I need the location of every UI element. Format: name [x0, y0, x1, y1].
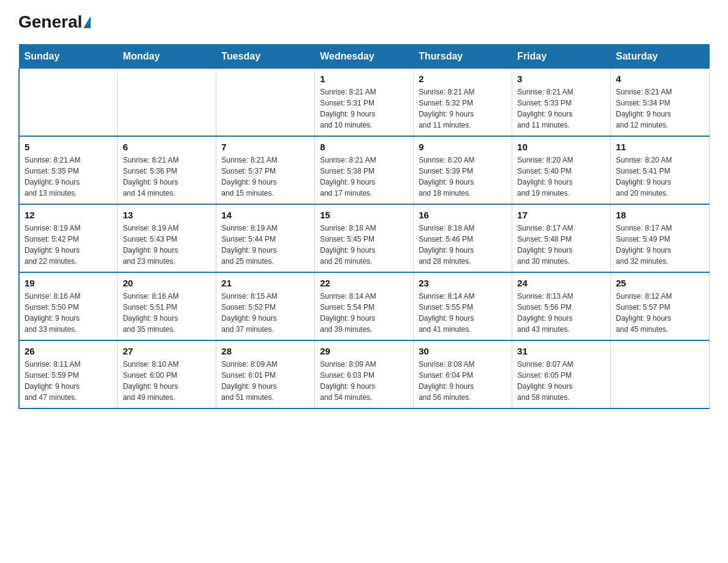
calendar-cell: 16Sunrise: 8:18 AM Sunset: 5:46 PM Dayli…: [414, 204, 512, 272]
calendar-cell: [216, 69, 315, 137]
day-number: 6: [123, 142, 211, 152]
day-of-week-header: Monday: [118, 45, 216, 69]
day-number: 15: [320, 210, 408, 220]
calendar-cell: 31Sunrise: 8:07 AM Sunset: 6:05 PM Dayli…: [512, 340, 611, 408]
day-number: 31: [517, 346, 605, 356]
calendar-cell: 9Sunrise: 8:20 AM Sunset: 5:39 PM Daylig…: [414, 136, 512, 204]
calendar-cell: 4Sunrise: 8:21 AM Sunset: 5:34 PM Daylig…: [611, 69, 710, 137]
calendar-cell: 12Sunrise: 8:19 AM Sunset: 5:42 PM Dayli…: [19, 204, 118, 272]
day-number: 26: [25, 346, 112, 356]
calendar-cell: [611, 340, 710, 408]
calendar-cell: 11Sunrise: 8:20 AM Sunset: 5:41 PM Dayli…: [611, 136, 710, 204]
calendar-cell: 17Sunrise: 8:17 AM Sunset: 5:48 PM Dayli…: [512, 204, 611, 272]
day-info: Sunrise: 8:21 AM Sunset: 5:34 PM Dayligh…: [616, 86, 704, 131]
calendar-cell: 7Sunrise: 8:21 AM Sunset: 5:37 PM Daylig…: [216, 136, 315, 204]
calendar-cell: 21Sunrise: 8:15 AM Sunset: 5:52 PM Dayli…: [216, 272, 315, 340]
calendar-week-row: 1Sunrise: 8:21 AM Sunset: 5:31 PM Daylig…: [19, 69, 710, 137]
logo: General: [18, 12, 92, 32]
calendar-cell: 1Sunrise: 8:21 AM Sunset: 5:31 PM Daylig…: [315, 69, 414, 137]
calendar-cell: 24Sunrise: 8:13 AM Sunset: 5:56 PM Dayli…: [512, 272, 611, 340]
calendar-cell: 8Sunrise: 8:21 AM Sunset: 5:38 PM Daylig…: [315, 136, 414, 204]
calendar-cell: 20Sunrise: 8:16 AM Sunset: 5:51 PM Dayli…: [118, 272, 216, 340]
calendar-cell: 25Sunrise: 8:12 AM Sunset: 5:57 PM Dayli…: [611, 272, 710, 340]
calendar-cell: 28Sunrise: 8:09 AM Sunset: 6:01 PM Dayli…: [216, 340, 315, 408]
day-number: 11: [616, 142, 704, 152]
day-info: Sunrise: 8:14 AM Sunset: 5:55 PM Dayligh…: [419, 291, 507, 335]
day-of-week-header: Tuesday: [216, 45, 315, 69]
day-info: Sunrise: 8:20 AM Sunset: 5:39 PM Dayligh…: [419, 155, 507, 199]
calendar-cell: 22Sunrise: 8:14 AM Sunset: 5:54 PM Dayli…: [315, 272, 414, 340]
day-info: Sunrise: 8:19 AM Sunset: 5:44 PM Dayligh…: [221, 223, 309, 267]
day-number: 28: [221, 346, 309, 356]
day-number: 19: [25, 278, 112, 288]
day-of-week-header: Sunday: [19, 45, 118, 69]
day-info: Sunrise: 8:19 AM Sunset: 5:42 PM Dayligh…: [25, 223, 112, 267]
day-info: Sunrise: 8:13 AM Sunset: 5:56 PM Dayligh…: [517, 291, 605, 335]
calendar-cell: 2Sunrise: 8:21 AM Sunset: 5:32 PM Daylig…: [414, 69, 512, 137]
day-info: Sunrise: 8:21 AM Sunset: 5:31 PM Dayligh…: [320, 86, 408, 131]
day-number: 5: [25, 142, 112, 152]
header-row: SundayMondayTuesdayWednesdayThursdayFrid…: [19, 45, 710, 69]
logo-triangle-icon: [83, 16, 91, 28]
day-info: Sunrise: 8:21 AM Sunset: 5:36 PM Dayligh…: [123, 155, 211, 199]
day-number: 13: [123, 210, 211, 220]
calendar-cell: 5Sunrise: 8:21 AM Sunset: 5:35 PM Daylig…: [19, 136, 118, 204]
day-of-week-header: Thursday: [414, 45, 512, 69]
day-info: Sunrise: 8:21 AM Sunset: 5:37 PM Dayligh…: [221, 155, 309, 199]
day-info: Sunrise: 8:08 AM Sunset: 6:04 PM Dayligh…: [419, 359, 507, 403]
page-header: General: [18, 12, 710, 32]
day-number: 12: [25, 210, 112, 220]
calendar-cell: [118, 69, 216, 137]
day-number: 17: [517, 210, 605, 220]
day-number: 22: [320, 278, 408, 288]
calendar-week-row: 5Sunrise: 8:21 AM Sunset: 5:35 PM Daylig…: [19, 136, 710, 204]
day-number: 20: [123, 278, 211, 288]
day-info: Sunrise: 8:16 AM Sunset: 5:51 PM Dayligh…: [123, 291, 211, 335]
day-info: Sunrise: 8:09 AM Sunset: 6:03 PM Dayligh…: [320, 359, 408, 403]
day-of-week-header: Wednesday: [315, 45, 414, 69]
day-number: 29: [320, 346, 408, 356]
day-number: 9: [419, 142, 507, 152]
day-info: Sunrise: 8:11 AM Sunset: 5:59 PM Dayligh…: [25, 359, 112, 403]
calendar-cell: 29Sunrise: 8:09 AM Sunset: 6:03 PM Dayli…: [315, 340, 414, 408]
logo-general-text: General: [18, 12, 82, 32]
day-info: Sunrise: 8:21 AM Sunset: 5:33 PM Dayligh…: [517, 86, 605, 131]
day-number: 30: [419, 346, 507, 356]
day-info: Sunrise: 8:15 AM Sunset: 5:52 PM Dayligh…: [221, 291, 309, 335]
day-info: Sunrise: 8:07 AM Sunset: 6:05 PM Dayligh…: [517, 359, 605, 403]
day-info: Sunrise: 8:21 AM Sunset: 5:38 PM Dayligh…: [320, 155, 408, 199]
day-info: Sunrise: 8:14 AM Sunset: 5:54 PM Dayligh…: [320, 291, 408, 335]
day-info: Sunrise: 8:18 AM Sunset: 5:46 PM Dayligh…: [419, 223, 507, 267]
calendar-cell: 6Sunrise: 8:21 AM Sunset: 5:36 PM Daylig…: [118, 136, 216, 204]
day-of-week-header: Friday: [512, 45, 611, 69]
calendar-cell: 13Sunrise: 8:19 AM Sunset: 5:43 PM Dayli…: [118, 204, 216, 272]
calendar-cell: 23Sunrise: 8:14 AM Sunset: 5:55 PM Dayli…: [414, 272, 512, 340]
day-number: 25: [616, 278, 704, 288]
calendar-header: SundayMondayTuesdayWednesdayThursdayFrid…: [19, 45, 710, 69]
day-number: 27: [123, 346, 211, 356]
day-info: Sunrise: 8:21 AM Sunset: 5:35 PM Dayligh…: [25, 155, 112, 199]
day-number: 8: [320, 142, 408, 152]
day-number: 14: [221, 210, 309, 220]
day-info: Sunrise: 8:20 AM Sunset: 5:41 PM Dayligh…: [616, 155, 704, 199]
calendar-week-row: 19Sunrise: 8:16 AM Sunset: 5:50 PM Dayli…: [19, 272, 710, 340]
calendar-cell: 18Sunrise: 8:17 AM Sunset: 5:49 PM Dayli…: [611, 204, 710, 272]
calendar-week-row: 12Sunrise: 8:19 AM Sunset: 5:42 PM Dayli…: [19, 204, 710, 272]
day-number: 4: [616, 74, 704, 84]
calendar-cell: 15Sunrise: 8:18 AM Sunset: 5:45 PM Dayli…: [315, 204, 414, 272]
day-info: Sunrise: 8:10 AM Sunset: 6:00 PM Dayligh…: [123, 359, 211, 403]
day-number: 24: [517, 278, 605, 288]
calendar-cell: [19, 69, 118, 137]
day-number: 2: [419, 74, 507, 84]
day-number: 3: [517, 74, 605, 84]
calendar-table: SundayMondayTuesdayWednesdayThursdayFrid…: [18, 44, 710, 409]
day-of-week-header: Saturday: [611, 45, 710, 69]
calendar-cell: 27Sunrise: 8:10 AM Sunset: 6:00 PM Dayli…: [118, 340, 216, 408]
day-info: Sunrise: 8:16 AM Sunset: 5:50 PM Dayligh…: [25, 291, 112, 335]
day-number: 21: [221, 278, 309, 288]
day-number: 23: [419, 278, 507, 288]
day-number: 18: [616, 210, 704, 220]
day-info: Sunrise: 8:17 AM Sunset: 5:49 PM Dayligh…: [616, 223, 704, 267]
day-info: Sunrise: 8:12 AM Sunset: 5:57 PM Dayligh…: [616, 291, 704, 335]
calendar-body: 1Sunrise: 8:21 AM Sunset: 5:31 PM Daylig…: [19, 69, 710, 409]
